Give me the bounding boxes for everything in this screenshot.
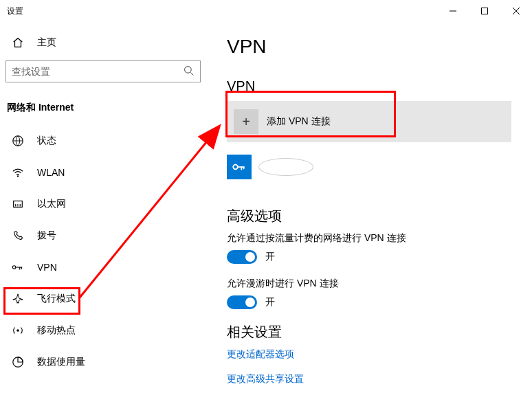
data-usage-icon [11,356,25,368]
sidebar-item-label: 状态 [37,135,56,147]
sidebar-item-label: 以太网 [37,198,66,210]
page-title: VPN [227,36,511,58]
option-metered-label: 允许通过按流量计费的网络进行 VPN 连接 [227,232,511,245]
minimize-button[interactable] [437,0,469,22]
toggle-roaming-state: 开 [265,296,275,308]
maximize-button[interactable] [469,0,500,22]
sidebar-item-label: 移动热点 [37,324,76,337]
link-sharing-options[interactable]: 更改高级共享设置 [227,373,511,385]
sidebar-item-label: 拨号 [37,229,56,242]
search-icon [184,65,195,78]
airplane-icon [11,293,25,305]
sidebar: 主页 网络和 Internet 状态 WLAN 以太网 [0,22,206,404]
search-input[interactable] [12,66,184,77]
sidebar-item-vpn[interactable]: VPN [4,251,202,283]
window-title: 设置 [0,5,23,17]
status-icon [11,135,25,147]
hotspot-icon [11,324,25,337]
ethernet-icon [11,198,25,210]
sidebar-item-airplane[interactable]: 飞行模式 [4,283,202,315]
main-panel: VPN VPN + 添加 VPN 连接 高级选项 允许通过按流量计费的网络进行 … [206,22,532,404]
sidebar-home-label: 主页 [37,36,56,49]
section-vpn-title: VPN [227,78,511,94]
sidebar-item-dialup[interactable]: 拨号 [4,220,202,251]
sidebar-item-label: 数据使用量 [37,356,85,368]
option-roaming-label: 允许漫游时进行 VPN 连接 [227,278,511,290]
vpn-connection-icon [227,155,252,179]
sidebar-item-ethernet[interactable]: 以太网 [4,188,202,220]
add-vpn-button[interactable]: + 添加 VPN 连接 [227,101,511,142]
minimize-icon [450,8,456,14]
vpn-connection-name [258,158,313,176]
close-icon [513,8,520,14]
svg-rect-8 [14,201,23,207]
sidebar-item-datausage[interactable]: 数据使用量 [4,346,202,378]
svg-point-19 [233,165,238,170]
sidebar-item-label: 飞行模式 [37,293,76,305]
toggle-roaming[interactable] [227,295,257,309]
sidebar-home[interactable]: 主页 [4,29,202,56]
section-advanced-title: 高级选项 [227,207,511,225]
link-adapter-options[interactable]: 更改适配器选项 [227,348,511,361]
sidebar-item-wlan[interactable]: WLAN [4,157,202,188]
add-vpn-label: 添加 VPN 连接 [267,115,331,128]
sidebar-item-label: VPN [37,262,57,273]
sidebar-category: 网络和 Internet [7,102,202,114]
close-button[interactable] [500,0,532,22]
svg-point-7 [17,175,19,177]
dialup-icon [11,229,25,242]
home-icon [11,36,25,49]
svg-point-13 [12,266,16,269]
plus-icon: + [234,109,258,134]
toggle-metered-state: 开 [265,251,275,263]
search-box[interactable] [5,60,201,82]
window-controls [437,0,532,22]
titlebar: 设置 [0,0,532,22]
svg-point-4 [185,66,192,73]
vpn-icon [11,261,25,273]
sidebar-item-status[interactable]: 状态 [4,125,202,157]
maximize-icon [481,8,488,14]
vpn-connection-item[interactable] [227,155,511,179]
toggle-metered[interactable] [227,250,257,264]
svg-rect-1 [482,8,488,14]
sidebar-item-label: WLAN [37,167,65,178]
wifi-icon [11,166,25,179]
svg-point-17 [16,329,19,332]
svg-line-5 [190,72,193,75]
section-related-title: 相关设置 [227,323,511,341]
sidebar-item-hotspot[interactable]: 移动热点 [4,315,202,346]
